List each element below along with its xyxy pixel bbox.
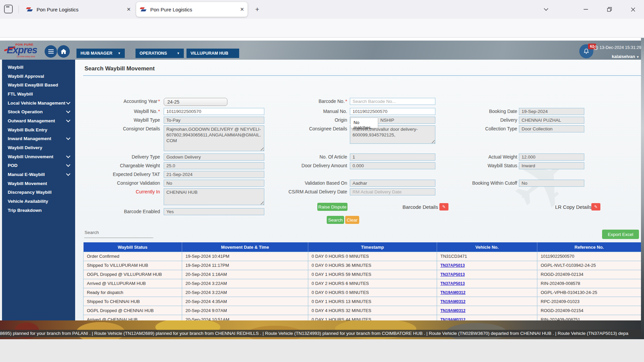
close-window-button[interactable] [625, 0, 641, 19]
page-title: Search Waybill Movement [85, 65, 155, 72]
column-header[interactable]: Timestamp [308, 243, 437, 252]
sidebar-item-waybill-bulk-entry[interactable]: Waybill Bulk Entry [2, 125, 75, 134]
manual-no-field[interactable]: 10119022500570 [350, 108, 435, 115]
consignor-details-field[interactable]: Rajmohan,GODOWN DELIVERY @ NEYVELI-60780… [164, 125, 264, 151]
consignor-validation-field[interactable]: No [164, 180, 264, 187]
column-header[interactable]: Movement Date & Time [182, 243, 308, 252]
barcode-no-field[interactable]: Search Barcode No... [350, 98, 435, 105]
sidebar-item-ftl-waybill[interactable]: FTL Waybill [2, 89, 75, 99]
vehicle-cell: TN19AM0312 [437, 288, 537, 297]
booking-date-field[interactable]: 19-Sep-2024 [519, 108, 584, 115]
currently-in-field[interactable]: CHENNAI HUB [164, 188, 264, 205]
resize-handle-icon[interactable] [431, 139, 435, 143]
delivery-type-field[interactable]: Godown Delivery [164, 154, 264, 161]
no-matches-popup: No matches [351, 118, 378, 128]
sidebar-item-waybill-unmovement[interactable]: Waybill Unmovement [2, 152, 75, 161]
barcode-enabled-field[interactable]: Yes [164, 208, 264, 215]
waybill-status-field[interactable]: Inward [519, 162, 584, 169]
sidebar-item-label: Waybill EwayBill Based [8, 82, 58, 87]
sidebar-item-waybill-approval[interactable]: Waybill Approval [2, 72, 75, 81]
site-favicon [26, 7, 33, 12]
column-header[interactable]: Vehicle No. [437, 243, 537, 252]
sidebar-nav: WaybillWaybill ApprovalWaybill EwayBill … [2, 60, 75, 329]
home-icon[interactable] [57, 45, 70, 58]
validation-based-on-field[interactable]: Aadhar [350, 180, 435, 187]
vehicle-link[interactable]: TN37AP5013 [440, 263, 465, 268]
search-button[interactable]: Search [327, 216, 344, 224]
expected-delivery-tat-field[interactable]: 21-Sep-2024 [164, 171, 264, 178]
sidebar-item-pod[interactable]: POD [2, 161, 75, 170]
table-row: Order Confirmed19-Sep-2024 10:41PM0 DAY … [84, 252, 641, 261]
restore-button[interactable] [602, 0, 617, 19]
table-cell: 0 DAY 4 HOURS 32 MINUTES [308, 306, 437, 315]
role-dropdown[interactable]: HUB MANAGER▼ [76, 49, 125, 58]
table-cell: 0 DAY 1 HOURS 13 MINUTES [308, 297, 437, 306]
resize-handle-icon[interactable] [260, 147, 264, 150]
new-tab-button[interactable]: + [252, 5, 262, 15]
sidebar-item-waybill-ewaybill-based[interactable]: Waybill EwayBill Based [2, 80, 75, 89]
actual-weight-field[interactable]: 12.000 [519, 154, 584, 161]
waybill-no-label: Waybill No.* [134, 109, 160, 114]
resize-handle-icon[interactable] [260, 201, 264, 204]
page-viewport: PON PURE Expres On time every time HUB M… [0, 38, 644, 339]
sidebar-item-vehicle-availability[interactable]: Vehicle Availability [2, 197, 75, 206]
hub-label[interactable]: VILLUPURAM HUB [186, 49, 239, 58]
table-cell: Arrived @ VILLUPURAM HUB [84, 279, 182, 288]
sidebar-item-waybill[interactable]: Waybill [2, 63, 75, 72]
cs-rm-actual-delivery-date-field[interactable]: RM Actual Delivery Date [350, 188, 435, 195]
minimize-button[interactable] [578, 0, 593, 19]
tab-close-icon[interactable]: ✕ [122, 6, 131, 12]
menu-toggle-icon[interactable] [45, 45, 57, 58]
barcode-details-edit-button[interactable]: ✎ [439, 203, 448, 210]
vehicle-link[interactable]: TN19AM0312 [440, 290, 466, 295]
consignor-validation-label: Consignor Validation [117, 180, 160, 186]
sidebar-item-waybill-movement[interactable]: Waybill Movement [2, 179, 75, 188]
table-cell: OGPL-NVLT-0103942-24-25 [537, 261, 641, 270]
table-cell: RPC-202409-01023 [537, 297, 641, 306]
vehicle-link[interactable]: TN19AM0312 [440, 308, 466, 313]
sidebar-item-waybill-delivery[interactable]: Waybill Delivery [2, 143, 75, 152]
tab-close-icon[interactable]: ✕ [235, 6, 244, 12]
table-filter-input[interactable] [84, 238, 153, 238]
delivery-field[interactable]: CHENNAI PUZHAL [519, 117, 584, 124]
column-header[interactable]: Reference No. [537, 243, 641, 252]
table-row: Arrived @ VILLUPURAM HUB20-Sep-2024 3:22… [84, 279, 641, 288]
browser-tab-1[interactable]: Pon Pure Logistics ✕ [22, 2, 134, 17]
sidebar-item-inward-management[interactable]: Inward Management [2, 134, 75, 143]
browser-toolbar: https://anchor.ponpurelogistics.com/inde… [0, 19, 644, 38]
waybill-no-field[interactable]: 10119022500570 [164, 108, 264, 115]
export-excel-button[interactable]: Export Excel [602, 230, 639, 239]
browser-tab-2[interactable]: Pon Pure Logistics ✕ [136, 2, 248, 17]
door-delivery-amount-field[interactable]: 0.000 [350, 162, 435, 169]
vehicle-link[interactable]: TN19AM0312 [440, 299, 466, 304]
lr-copy-details-edit-button[interactable]: ✎ [591, 203, 600, 210]
vehicle-link[interactable]: TN37AP5013 [440, 272, 465, 277]
no-of-article-field[interactable]: 1 [350, 154, 435, 161]
screen: Pon Pure Logistics ✕ Pon Pure Logistics … [0, 0, 644, 362]
firefox-view-icon[interactable] [4, 5, 13, 13]
collection-type-field[interactable]: Door Collection [519, 125, 584, 132]
module-dropdown[interactable]: OPERATIONS▼ [136, 49, 184, 58]
chevron-down-icon [66, 154, 70, 158]
waybill-type-field[interactable]: To-Pay [164, 117, 264, 124]
sidebar-item-outward-management[interactable]: Outward Management [2, 116, 75, 125]
sidebar-item-label: Vehicle Availability [8, 199, 48, 204]
vehicle-link[interactable]: TN37AP5013 [440, 281, 465, 286]
sidebar-item-discrepancy-waybill[interactable]: Discrepancy Waybill [2, 188, 75, 197]
clear-button[interactable]: Clear [345, 216, 359, 224]
table-cell: OGPL Dropped @ VILLUPURAM HUB [84, 270, 182, 279]
raise-dispute-button[interactable]: Raise Dispute [317, 203, 347, 211]
vehicle-cell: TN37AP5013 [437, 261, 537, 270]
sidebar-item-manual-e-waybill[interactable]: Manual E-Waybill [2, 170, 75, 179]
chargeable-weight-field[interactable]: 25.0 [164, 162, 264, 169]
table-cell: Ready for dispatch [84, 288, 182, 297]
list-tabs-icon[interactable] [538, 0, 554, 19]
user-menu[interactable]: kalaiselvan ▼ [612, 54, 639, 59]
accounting-year-field[interactable]: 24-25 [164, 98, 227, 106]
sidebar-item-local-vehicle-management[interactable]: Local Vehicle Management [2, 99, 75, 108]
column-header[interactable]: Waybill Status [84, 243, 182, 252]
ponpure-logo: PON PURE Expres On time every time [4, 43, 42, 58]
booking-within-cutoff-field[interactable]: No [519, 180, 584, 187]
sidebar-item-stock-operation[interactable]: Stock Operation [2, 107, 75, 116]
sidebar-item-trip-breakdown[interactable]: Trip Breakdown [2, 206, 75, 215]
